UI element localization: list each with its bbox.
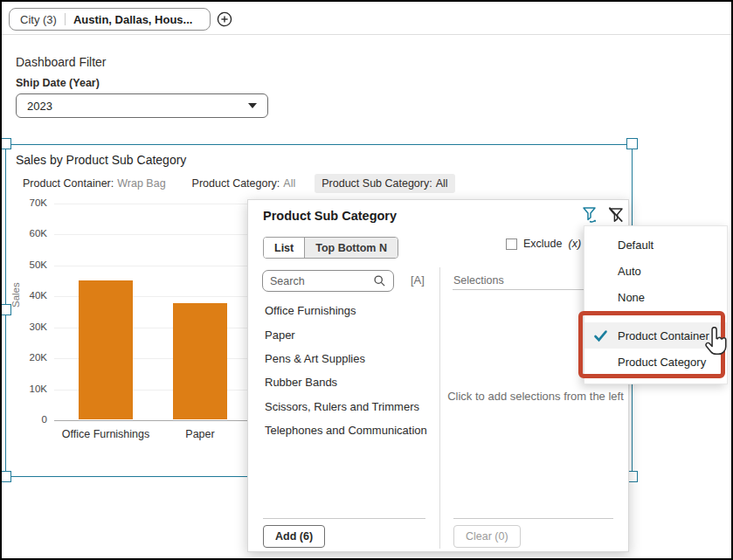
resize-handle-bottom-left[interactable] xyxy=(0,471,11,482)
ship-date-label: Ship Date (Year) xyxy=(16,77,100,89)
resize-handle-top-left[interactable] xyxy=(0,138,11,149)
match-case-button[interactable]: [A] xyxy=(411,273,425,287)
search-icon xyxy=(373,274,386,287)
resize-handle-top-right[interactable] xyxy=(626,138,638,149)
menu-item-label: Product Container xyxy=(618,329,709,342)
filter-popup-title: Product Sub Category xyxy=(263,209,397,223)
tab-top-bottom-n[interactable]: Top Bottom N xyxy=(304,238,398,258)
exclude-checkbox[interactable] xyxy=(506,239,517,250)
list-item-scissors-rulers-and-trimmers[interactable]: Scissors, Rulers and Trimmers xyxy=(265,395,436,418)
list-item-rubber-bands[interactable]: Rubber Bands xyxy=(265,370,436,394)
clear-divider xyxy=(453,518,613,519)
filter-chip-label: Product Sub Category: xyxy=(322,177,432,190)
exclude-checkbox-row[interactable]: Exclude (x) xyxy=(506,238,581,250)
clear-filter-funnel-icon[interactable] xyxy=(605,204,626,225)
xlabel-office-furnishings: Office Furnishings xyxy=(62,428,150,440)
ytick-70K: 70K xyxy=(14,197,47,208)
exclude-label: Exclude xyxy=(523,238,562,250)
filter-chip-value: All xyxy=(283,177,295,190)
list-item-paper[interactable]: Paper xyxy=(265,322,436,346)
menu-item-auto[interactable]: Auto xyxy=(584,258,727,284)
filter-chip-label: Product Category: xyxy=(192,177,280,190)
menu-item-default[interactable]: Default xyxy=(584,232,727,258)
menu-item-none[interactable]: None xyxy=(584,284,727,310)
chart-title: Sales by Product Sub Category xyxy=(16,153,186,167)
ytick-50K: 50K xyxy=(14,259,47,270)
menu-item-product-container[interactable]: Product Container xyxy=(584,322,727,349)
chip-divider xyxy=(65,13,66,25)
add-divider xyxy=(263,518,425,519)
chevron-down-icon xyxy=(248,103,257,108)
plus-circle-icon xyxy=(217,11,232,27)
list-topbottom-toggle: List Top Bottom N xyxy=(263,237,398,259)
menu-item-label: Product Category xyxy=(618,356,706,369)
chart-filter-bar: Product Container:Wrap BagProduct Catego… xyxy=(16,174,455,193)
xlabel-paper: Paper xyxy=(185,428,214,440)
limit-values-funnel-icon[interactable] xyxy=(579,204,600,225)
ship-date-value: 2023 xyxy=(27,100,248,113)
filter-chip-product-category[interactable]: Product Category:All xyxy=(185,174,303,193)
popup-vertical-divider xyxy=(439,267,440,549)
search-box xyxy=(262,270,394,292)
exclude-suffix: (x) xyxy=(568,238,581,250)
menu-item-label: Default xyxy=(618,239,653,252)
resize-handle-mid-left[interactable] xyxy=(0,304,11,315)
tab-list[interactable]: List xyxy=(264,238,304,258)
bar-office-furnishings[interactable] xyxy=(79,280,133,419)
list-item-pens-art-supplies[interactable]: Pens & Art Supplies xyxy=(265,347,436,370)
ytick-60K: 60K xyxy=(14,228,47,239)
city-filter-values: Austin, Dallas, Hous... xyxy=(73,13,193,26)
add-button[interactable]: Add (6) xyxy=(263,525,325,548)
dashboard-filter-title: Dashboard Filter xyxy=(16,55,107,69)
checkmark-icon xyxy=(593,328,608,343)
selections-empty-text: Click to add selections from the left xyxy=(447,388,624,405)
add-filter-button[interactable] xyxy=(217,11,232,27)
ytick-30K: 30K xyxy=(14,321,47,332)
top-filter-bar: City (3) Austin, Dallas, Hous... xyxy=(2,2,731,35)
search-input[interactable] xyxy=(270,275,373,287)
ytick-0: 0 xyxy=(14,414,47,425)
ytick-40K: 40K xyxy=(14,290,47,301)
filter-chip-label: Product Container: xyxy=(23,177,114,190)
selections-header: Selections xyxy=(453,274,504,287)
menu-item-label: None xyxy=(618,291,645,304)
filter-chip-value: All xyxy=(436,177,448,190)
list-item-telephones-and-communication[interactable]: Telephones and Communication xyxy=(265,418,436,442)
ship-date-dropdown[interactable]: 2023 xyxy=(16,93,268,118)
list-item-office-furnishings[interactable]: Office Furnishings xyxy=(265,299,436,322)
ytick-20K: 20K xyxy=(14,352,47,363)
city-filter-label: City (3) xyxy=(20,13,57,26)
bar-paper[interactable] xyxy=(173,303,227,419)
filter-chip-product-sub-category[interactable]: Product Sub Category:All xyxy=(315,174,454,193)
clear-button[interactable]: Clear (0) xyxy=(453,525,521,548)
menu-item-product-category[interactable]: Product Category xyxy=(584,349,727,375)
filter-popup: Product Sub Category List Top Bottom N E… xyxy=(247,199,629,552)
filter-chip-value: Wrap Bag xyxy=(117,177,165,190)
menu-item-label: Auto xyxy=(618,265,641,278)
ytick-10K: 10K xyxy=(14,384,47,394)
city-filter-chip[interactable]: City (3) Austin, Dallas, Hous... xyxy=(9,8,211,31)
filter-values-list: Office FurnishingsPaperPens & Art Suppli… xyxy=(265,299,436,442)
limit-values-menu: DefaultAutoNoneProduct ContainerProduct … xyxy=(584,225,728,384)
filter-chip-product-container[interactable]: Product Container:Wrap Bag xyxy=(16,174,173,193)
